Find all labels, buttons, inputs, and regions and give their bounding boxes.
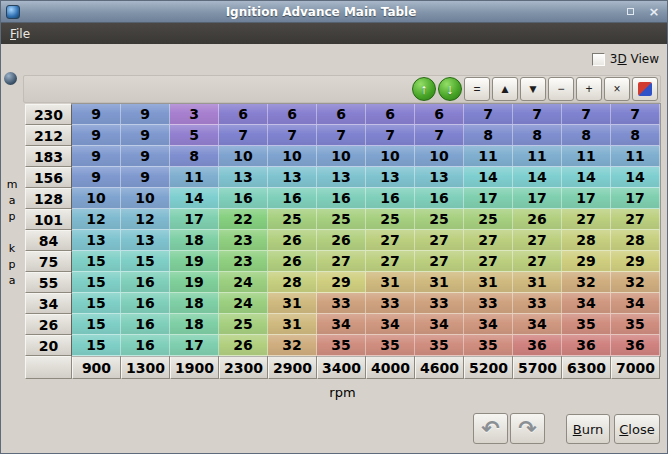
rpm-axis-cell[interactable]: 3400: [317, 356, 366, 379]
table-cell[interactable]: 15: [72, 293, 121, 314]
rpm-axis-cell[interactable]: 7000: [611, 356, 660, 379]
table-cell[interactable]: 13: [121, 230, 170, 251]
table-cell[interactable]: 9: [121, 167, 170, 188]
table-cell[interactable]: 29: [317, 272, 366, 293]
table-cell[interactable]: 9: [121, 146, 170, 167]
add-button[interactable]: +: [576, 77, 602, 101]
table-cell[interactable]: 10: [317, 146, 366, 167]
table-cell[interactable]: 16: [415, 188, 464, 209]
table-cell[interactable]: 14: [513, 167, 562, 188]
table-cell[interactable]: 25: [415, 209, 464, 230]
table-cell[interactable]: 6: [268, 104, 317, 125]
table-cell[interactable]: 8: [170, 146, 219, 167]
table-cell[interactable]: 27: [317, 251, 366, 272]
table-cell[interactable]: 6: [317, 104, 366, 125]
rpm-axis-cell[interactable]: 4000: [366, 356, 415, 379]
table-cell[interactable]: 7: [219, 125, 268, 146]
table-cell[interactable]: 15: [121, 251, 170, 272]
map-axis-cell[interactable]: 55: [25, 272, 72, 293]
table-cell[interactable]: 18: [170, 314, 219, 335]
table-cell[interactable]: 12: [121, 209, 170, 230]
table-cell[interactable]: 24: [219, 272, 268, 293]
table-cell[interactable]: 18: [170, 293, 219, 314]
table-cell[interactable]: 13: [219, 167, 268, 188]
table-cell[interactable]: 32: [611, 272, 660, 293]
close-window-button[interactable]: Close: [614, 414, 660, 444]
table-cell[interactable]: 29: [611, 251, 660, 272]
undo-button[interactable]: ↶: [473, 413, 508, 444]
minimize-button[interactable]: [622, 4, 638, 20]
table-cell[interactable]: 16: [366, 188, 415, 209]
table-cell[interactable]: 31: [464, 272, 513, 293]
map-axis-cell[interactable]: 34: [25, 293, 72, 314]
increment-button[interactable]: ▲: [492, 77, 518, 101]
table-cell[interactable]: 23: [219, 251, 268, 272]
table-cell[interactable]: 34: [562, 293, 611, 314]
map-axis-cell[interactable]: 156: [25, 167, 72, 188]
scale-button[interactable]: ×: [604, 77, 630, 101]
table-cell[interactable]: 14: [170, 188, 219, 209]
table-cell[interactable]: 8: [513, 125, 562, 146]
rpm-axis-cell[interactable]: 5700: [513, 356, 562, 379]
table-cell[interactable]: 9: [72, 125, 121, 146]
table-cell[interactable]: 28: [268, 272, 317, 293]
table-cell[interactable]: 25: [464, 209, 513, 230]
table-cell[interactable]: 17: [170, 335, 219, 356]
table-cell[interactable]: 28: [562, 230, 611, 251]
table-cell[interactable]: 5: [170, 125, 219, 146]
table-cell[interactable]: 34: [366, 314, 415, 335]
decrement-button[interactable]: ▼: [520, 77, 546, 101]
table-cell[interactable]: 34: [317, 314, 366, 335]
map-axis-cell[interactable]: 212: [25, 125, 72, 146]
table-cell[interactable]: 25: [219, 314, 268, 335]
table-cell[interactable]: 13: [366, 167, 415, 188]
rpm-axis-cell[interactable]: 6300: [562, 356, 611, 379]
import-table-button[interactable]: ↓: [438, 77, 462, 101]
table-cell[interactable]: 27: [464, 251, 513, 272]
table-cell[interactable]: 25: [317, 209, 366, 230]
table-cell[interactable]: 31: [268, 293, 317, 314]
table-cell[interactable]: 9: [72, 146, 121, 167]
rpm-axis-cell[interactable]: 4600: [415, 356, 464, 379]
table-cell[interactable]: 13: [415, 167, 464, 188]
table-cell[interactable]: 16: [121, 293, 170, 314]
table-cell[interactable]: 8: [562, 125, 611, 146]
table-cell[interactable]: 36: [513, 335, 562, 356]
map-axis-cell[interactable]: 75: [25, 251, 72, 272]
table-cell[interactable]: 10: [268, 146, 317, 167]
table-cell[interactable]: 18: [170, 230, 219, 251]
table-cell[interactable]: 15: [72, 272, 121, 293]
table-cell[interactable]: 35: [611, 314, 660, 335]
table-cell[interactable]: 11: [611, 146, 660, 167]
view-3d-checkbox[interactable]: [592, 53, 605, 66]
interpolate-button[interactable]: [632, 77, 658, 101]
table-cell[interactable]: 24: [219, 293, 268, 314]
map-axis-cell[interactable]: 101: [25, 209, 72, 230]
table-cell[interactable]: 10: [72, 188, 121, 209]
table-cell[interactable]: 26: [219, 335, 268, 356]
rpm-axis-cell[interactable]: 2900: [268, 356, 317, 379]
table-cell[interactable]: 9: [121, 125, 170, 146]
table-cell[interactable]: 28: [611, 230, 660, 251]
table-cell[interactable]: 31: [513, 272, 562, 293]
table-cell[interactable]: 34: [513, 314, 562, 335]
table-cell[interactable]: 36: [611, 335, 660, 356]
export-table-button[interactable]: ↑: [412, 77, 436, 101]
table-cell[interactable]: 17: [513, 188, 562, 209]
table-cell[interactable]: 15: [72, 335, 121, 356]
rpm-axis-cell[interactable]: 5200: [464, 356, 513, 379]
table-cell[interactable]: 7: [317, 125, 366, 146]
table-cell[interactable]: 35: [464, 335, 513, 356]
table-cell[interactable]: 33: [415, 293, 464, 314]
burn-button[interactable]: Burn: [566, 414, 610, 444]
table-cell[interactable]: 31: [366, 272, 415, 293]
table-cell[interactable]: 33: [317, 293, 366, 314]
table-cell[interactable]: 32: [562, 272, 611, 293]
close-button[interactable]: ×: [646, 4, 662, 20]
table-cell[interactable]: 9: [121, 104, 170, 125]
table-cell[interactable]: 34: [464, 314, 513, 335]
table-cell[interactable]: 14: [611, 167, 660, 188]
table-cell[interactable]: 35: [317, 335, 366, 356]
table-cell[interactable]: 13: [72, 230, 121, 251]
rpm-axis-cell[interactable]: 2300: [219, 356, 268, 379]
